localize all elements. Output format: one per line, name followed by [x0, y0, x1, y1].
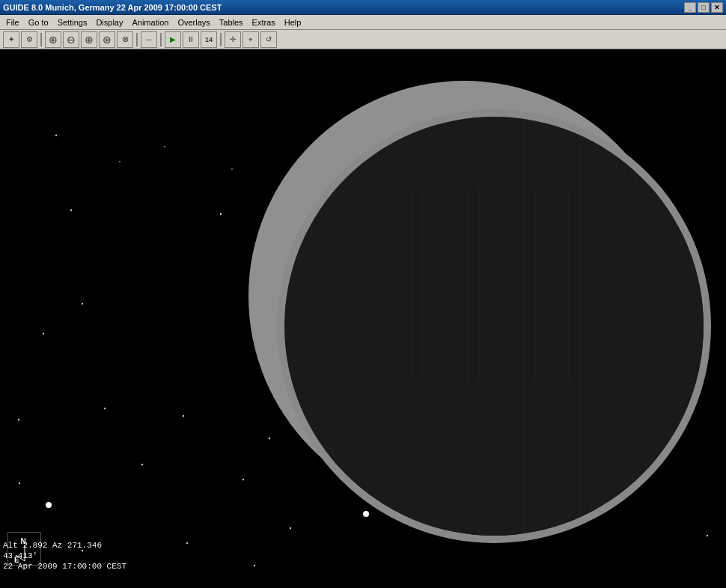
svg-point-15	[186, 542, 188, 544]
sky-view[interactable]: N E Alt 2.892 Az 271.346 43.413' 22 Apr …	[0, 49, 726, 573]
moon-display	[0, 49, 726, 573]
toolbar-reset[interactable]: ↺	[260, 31, 277, 48]
status-datetime: 22 Apr 2009 17:00:00 CEST	[3, 561, 147, 572]
menu-tables[interactable]: Tables	[215, 15, 248, 30]
menu-display[interactable]: Display	[91, 15, 127, 30]
svg-point-14	[290, 527, 291, 529]
menu-extras[interactable]: Extras	[248, 15, 280, 30]
svg-point-19	[164, 146, 165, 147]
toolbar-pan[interactable]: ↔	[141, 31, 157, 48]
title-controls: _ □ ✕	[684, 2, 723, 13]
status-arcmin: 43.413'	[3, 551, 147, 561]
toolbar-target[interactable]: ⌖	[242, 31, 259, 48]
toolbar-sep3	[160, 33, 162, 46]
toolbar-zoom-in[interactable]: ⊕	[45, 31, 61, 48]
menu-goto[interactable]: Go to	[24, 15, 53, 30]
svg-point-12	[19, 483, 20, 484]
toolbar-play[interactable]: ▶	[165, 31, 181, 48]
toolbar-settings[interactable]: ⚙	[21, 31, 37, 48]
status-altaz: Alt 2.892 Az 271.346	[3, 540, 147, 551]
toolbar-center[interactable]: ⊕	[81, 31, 97, 48]
svg-point-0	[55, 135, 57, 136]
status-bar: Alt 2.892 Az 271.346 43.413' 22 Apr 2009…	[0, 539, 150, 573]
svg-point-1	[70, 209, 72, 211]
svg-point-13	[707, 535, 708, 536]
maximize-button[interactable]: □	[698, 2, 710, 13]
toolbar: ✦ ⚙ ⊕ ⊖ ⊕ ⊛ ⊗ ↔ ▶ ⏸ 14 ✛ ⌖ ↺	[0, 30, 726, 49]
svg-point-8	[18, 419, 19, 420]
title-bar: GUIDE 8.0 Munich, Germany 22 Apr 2009 17…	[0, 0, 726, 15]
toolbar-sep1	[40, 33, 42, 46]
svg-point-23	[363, 511, 369, 517]
title-text: GUIDE 8.0 Munich, Germany 22 Apr 2009 17…	[3, 3, 222, 12]
menu-animation[interactable]: Animation	[127, 15, 173, 30]
svg-point-7	[183, 415, 184, 417]
svg-point-11	[242, 479, 244, 480]
svg-point-6	[104, 408, 106, 409]
toolbar-pause[interactable]: ⏸	[183, 31, 199, 48]
svg-point-62	[284, 117, 704, 536]
close-button[interactable]: ✕	[711, 2, 723, 13]
svg-point-22	[46, 502, 52, 508]
toolbar-find[interactable]: ⊛	[99, 31, 115, 48]
menu-bar: File Go to Settings Display Animation Ov…	[0, 15, 726, 30]
svg-point-3	[220, 213, 222, 215]
menu-file[interactable]: File	[1, 15, 24, 30]
toolbar-crosshair[interactable]: ✛	[225, 31, 241, 48]
svg-point-2	[82, 303, 83, 304]
menu-help[interactable]: Help	[280, 15, 306, 30]
svg-point-20	[231, 168, 233, 170]
menu-overlays[interactable]: Overlays	[173, 15, 214, 30]
svg-point-17	[254, 565, 255, 566]
svg-point-10	[141, 464, 143, 465]
toolbar-step[interactable]: 14	[201, 31, 217, 48]
toolbar-sep4	[220, 33, 222, 46]
svg-point-5	[43, 333, 44, 334]
svg-point-18	[119, 161, 121, 162]
minimize-button[interactable]: _	[684, 2, 696, 13]
svg-point-9	[269, 438, 270, 439]
toolbar-identify[interactable]: ✦	[3, 31, 19, 48]
toolbar-zoom-out[interactable]: ⊖	[63, 31, 79, 48]
menu-settings[interactable]: Settings	[53, 15, 92, 30]
toolbar-zoom-chart[interactable]: ⊗	[117, 31, 133, 48]
toolbar-sep2	[136, 33, 138, 46]
